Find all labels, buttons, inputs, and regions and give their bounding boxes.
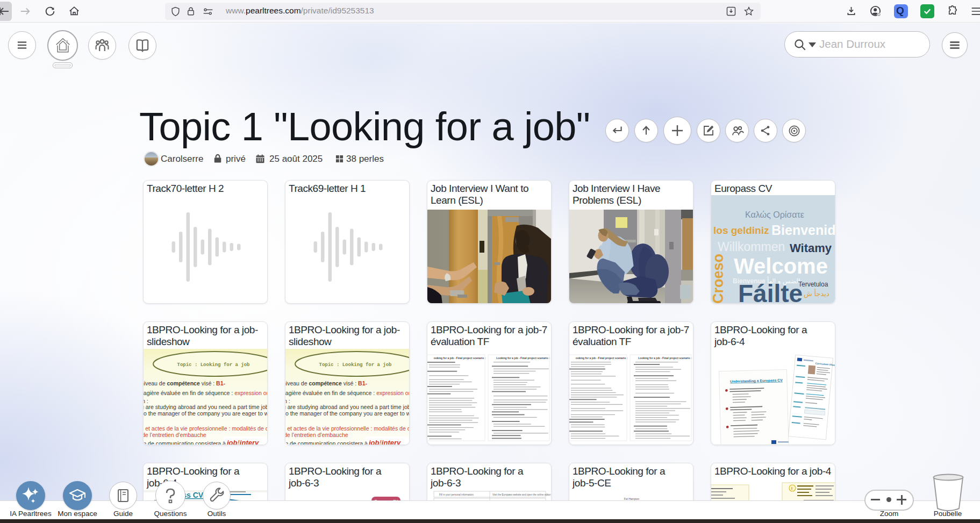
svg-text:Tervetuloa: Tervetuloa — [798, 281, 828, 288]
svg-text:job!interv: job!interv — [226, 439, 259, 445]
svg-text:s et actes de la vie professio: s et actes de la vie professionnelle : m… — [144, 425, 268, 432]
svg-text:u are studying abroad and you: u are studying abroad and you need a par… — [144, 404, 268, 410]
svg-text:Καλώς Ορίσατε: Καλώς Ορίσατε — [745, 210, 804, 219]
svg-text:to the manager of the company: to the manager of the company you are ea… — [144, 410, 268, 417]
svg-text:de l'entretien d'embauche: de l'entretien d'embauche — [144, 432, 206, 438]
svg-text:Fill in your personal informat: Fill in your personal information. — [439, 493, 474, 496]
svg-text:u are studying abroad and you: u are studying abroad and you need a par… — [285, 404, 410, 410]
svg-text:Fáilte: Fáilte — [738, 280, 803, 304]
svg-text:le de communication consistera: le de communication consistera à : — [285, 440, 371, 445]
svg-text:Topic : Looking for a job: Topic : Looking for a job — [177, 362, 249, 368]
svg-text:Looking for a job - Final proj: Looking for a job - Final project scenar… — [496, 356, 550, 360]
svg-text:Bienvenido: Bienvenido — [771, 223, 835, 238]
svg-text:to the manager of the company: to the manager of the company you are ea… — [285, 410, 410, 417]
svg-text:Croeso: Croeso — [711, 254, 726, 304]
svg-text:Willkommen: Willkommen — [718, 240, 785, 254]
svg-text:job!interv: job!interv — [368, 439, 401, 445]
svg-text:Looking for a job - Final proj: Looking for a job - Final project scenar… — [638, 356, 692, 360]
svg-text:niveau de compétence visé : B: niveau de compétence visé : B1- — [144, 380, 226, 386]
svg-text:niveau de compétence visé : B: niveau de compétence visé : B1- — [285, 380, 368, 386]
svg-text:los geldiniz: los geldiniz — [713, 225, 769, 236]
svg-text:Witamy: Witamy — [790, 241, 832, 255]
svg-text:Visit the Europass website and: Visit the Europass website and open the … — [492, 493, 551, 496]
svg-text:Welcome: Welcome — [734, 254, 828, 278]
svg-text:de l'entretien d'embauche: de l'entretien d'embauche — [285, 432, 348, 438]
svg-text:ديدجأ ش: ديدجأ ش — [804, 289, 829, 298]
svg-text:i: i — [791, 486, 792, 491]
svg-text:gagière évaluée en fin de séqu: gagière évaluée en fin de séquence : exp… — [285, 390, 410, 396]
svg-text:ooking for a job - Final proje: ooking for a job - Final project scenari… — [434, 356, 486, 360]
svg-text:gagière évaluée en fin de séqu: gagière évaluée en fin de séquence : exp… — [144, 390, 268, 396]
svg-text:Topic : Looking for a job: Topic : Looking for a job — [319, 362, 391, 368]
svg-text:s et actes de la vie professio: s et actes de la vie professionnelle : m… — [285, 425, 410, 432]
svg-text:ooking for a job - Final proje: ooking for a job - Final project scenari… — [576, 356, 628, 360]
svg-text:le de communication consistera: le de communication consistera à : — [144, 440, 229, 445]
